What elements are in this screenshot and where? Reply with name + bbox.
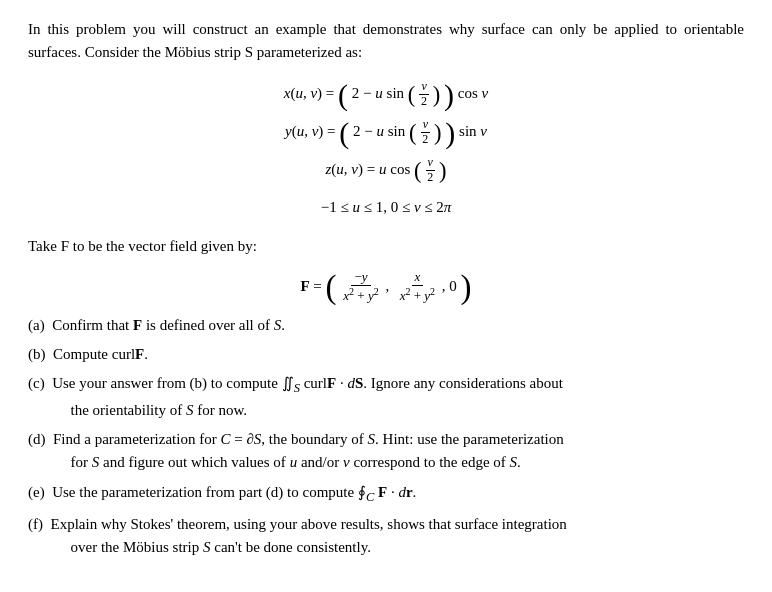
part-d-label: (d)	[28, 431, 49, 447]
vector-field-equation: F = ( −y x2 + y2 , x x2 + y2 , 0 )	[28, 270, 744, 304]
part-b-label: (b)	[28, 346, 49, 362]
part-f: (f) Explain why Stokes' theorem, using y…	[28, 513, 744, 560]
constraint-text: −1 ≤ u ≤ 1, 0 ≤ v ≤ 2π	[28, 189, 744, 225]
intro-paragraph: In this problem you will construct an ex…	[28, 18, 744, 65]
v-over-2-frac-y: v 2	[420, 118, 430, 145]
part-c: (c) Use your answer from (b) to compute …	[28, 372, 744, 422]
v-over-2-frac-z: v 2	[425, 156, 435, 183]
part-f-label: (f)	[28, 516, 47, 532]
part-d: (d) Find a parameterization for C = ∂S, …	[28, 428, 744, 475]
part-e-label: (e)	[28, 484, 48, 500]
v-over-2-frac-x: v 2	[419, 80, 429, 107]
equations-block: x(u, v) = ( 2 − u sin ( v 2 ) ) cos v y(…	[28, 75, 744, 225]
part-b: (b) Compute curlF.	[28, 343, 744, 366]
vector-field-intro: Take F to be the vector field given by:	[28, 235, 744, 258]
part-c-label: (c)	[28, 375, 48, 391]
z-equation: z(u, v) = u cos ( v 2 )	[28, 151, 744, 187]
intro-text: In this problem you will construct an ex…	[28, 21, 744, 60]
part-a: (a) Confirm that F is defined over all o…	[28, 314, 744, 337]
part-a-label: (a)	[28, 317, 48, 333]
parts-list: (a) Confirm that F is defined over all o…	[28, 314, 744, 560]
part-e: (e) Use the parameterization from part (…	[28, 481, 744, 507]
y-equation: y(u, v) = ( 2 − u sin ( v 2 ) ) sin v	[28, 113, 744, 149]
vector-field-intro-text: Take F to be the vector field given by:	[28, 238, 257, 254]
frac-x: x x2 + y2	[397, 270, 438, 304]
x-equation: x(u, v) = ( 2 − u sin ( v 2 ) ) cos v	[28, 75, 744, 111]
frac-neg-y: −y x2 + y2	[340, 270, 381, 304]
